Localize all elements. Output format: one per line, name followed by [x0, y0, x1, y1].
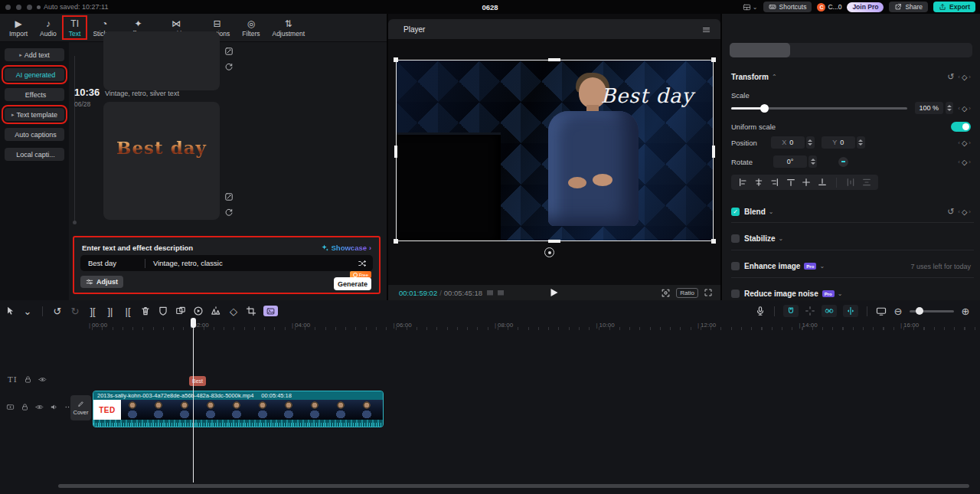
- align-bottom-icon[interactable]: [818, 178, 827, 187]
- reset-icon[interactable]: ↺: [947, 207, 954, 217]
- mask-icon[interactable]: [158, 306, 168, 316]
- shortcuts-button[interactable]: Shortcuts: [763, 2, 812, 12]
- transform-section-header[interactable]: Transform ⌃ ↺ ‹◇›: [731, 72, 971, 82]
- fullscreen-icon[interactable]: [704, 288, 713, 297]
- enhance-image-checkbox[interactable]: [731, 262, 740, 270]
- delete-right-icon[interactable]: |[: [122, 306, 133, 316]
- mirror-icon[interactable]: [211, 306, 221, 316]
- frame-preview-icon[interactable]: [498, 290, 504, 296]
- toolbar-divider[interactable]: [867, 306, 867, 316]
- join-pro-button[interactable]: Join Pro: [847, 2, 884, 12]
- ai-caption-icon[interactable]: [263, 306, 278, 316]
- timeline-zoom-in-icon[interactable]: ⊕: [960, 306, 971, 316]
- subtab-mask[interactable]: [851, 43, 912, 57]
- enhance-image-section-header[interactable]: Enhance image Pro ⌄ 7 uses left for toda…: [731, 262, 971, 270]
- timeline-zoom-out-icon[interactable]: ⊖: [893, 306, 903, 316]
- playhead-handle[interactable]: [191, 318, 196, 328]
- position-x-input[interactable]: X0: [771, 136, 805, 149]
- subtab-remove-bg[interactable]: [790, 43, 851, 57]
- prompt-text-value[interactable]: Best day: [80, 259, 145, 267]
- main-track-magnet-icon[interactable]: [783, 305, 799, 317]
- selection-handle[interactable]: [394, 57, 398, 62]
- scale-slider[interactable]: [731, 107, 907, 110]
- distribute-vertical-icon[interactable]: [862, 178, 871, 187]
- sidebar-ai-generated[interactable]: AI generated: [5, 68, 64, 81]
- sidebar-effects[interactable]: Effects: [5, 88, 64, 101]
- adjust-button[interactable]: Adjust: [80, 276, 123, 288]
- prompt-effect-value[interactable]: Vintage, retro, classic: [153, 259, 223, 267]
- blend-checkbox[interactable]: ✓: [731, 208, 740, 216]
- denoise-checkbox[interactable]: [731, 290, 740, 298]
- split-icon[interactable]: ][: [87, 306, 98, 316]
- denoise-section-header[interactable]: Reduce image noise Pro ⌄: [731, 290, 971, 298]
- generated-text-card[interactable]: Best day: [103, 102, 220, 220]
- eye-icon[interactable]: [35, 403, 44, 411]
- uniform-scale-toggle[interactable]: [951, 122, 971, 132]
- keyframe-control[interactable]: ‹◇›: [958, 208, 971, 216]
- video-text-overlay[interactable]: Best day: [601, 84, 694, 107]
- select-tool-caret-icon[interactable]: ⌄: [22, 306, 33, 316]
- text-clip-marker[interactable]: Best: [189, 376, 206, 386]
- link-clips-icon[interactable]: [822, 305, 837, 317]
- position-y-input[interactable]: Y0: [822, 136, 855, 149]
- tab-filters[interactable]: ◎ Filters: [236, 16, 266, 39]
- stabilize-section-header[interactable]: Stabilize ⌄: [731, 234, 971, 243]
- toolbar-divider[interactable]: [774, 306, 775, 316]
- mute-icon[interactable]: [50, 403, 58, 411]
- ratio-button[interactable]: Ratio: [676, 288, 698, 298]
- delete-left-icon[interactable]: ]|: [105, 306, 116, 316]
- window-close-button[interactable]: [5, 5, 11, 10]
- play-button[interactable]: [551, 289, 558, 296]
- overlap-icon[interactable]: [175, 306, 186, 316]
- lock-icon[interactable]: [24, 375, 32, 384]
- selection-handle[interactable]: [394, 146, 397, 158]
- subtab-basic[interactable]: [730, 43, 790, 57]
- blend-section-header[interactable]: ✓ Blend ⌄ ↺ ‹◇›: [731, 207, 971, 217]
- selection-handle[interactable]: [711, 239, 716, 244]
- selection-handle[interactable]: [394, 239, 398, 244]
- player-menu-icon[interactable]: [701, 25, 711, 34]
- keyframe-control[interactable]: ‹◇›: [958, 104, 971, 113]
- scale-value[interactable]: 100 %: [915, 102, 943, 114]
- window-zoom-button[interactable]: [27, 5, 32, 10]
- account-button[interactable]: CC...0: [817, 3, 841, 11]
- record-voiceover-icon[interactable]: [755, 306, 766, 316]
- align-top-icon[interactable]: [786, 178, 795, 187]
- tab-audio[interactable]: ♪ Audio: [34, 16, 63, 39]
- share-button[interactable]: Share: [889, 2, 928, 12]
- keyframe-control[interactable]: ‹◇›: [958, 139, 971, 147]
- edit-icon[interactable]: [224, 47, 234, 56]
- tab-import[interactable]: ▶ Import: [3, 16, 34, 39]
- redo-icon[interactable]: ↻: [70, 306, 80, 316]
- rotate-handle[interactable]: [544, 247, 554, 257]
- playhead-line[interactable]: [193, 319, 194, 483]
- eye-icon[interactable]: [38, 375, 47, 384]
- tab-text[interactable]: TI Text: [63, 16, 87, 39]
- shuffle-icon[interactable]: [358, 259, 367, 268]
- timeline-zoom-slider[interactable]: [910, 310, 954, 312]
- stabilize-checkbox[interactable]: [731, 234, 740, 243]
- cover-button[interactable]: Cover: [70, 395, 91, 420]
- generated-text-card-previous[interactable]: [103, 31, 220, 90]
- selection-handle[interactable]: [548, 58, 560, 61]
- reset-icon[interactable]: ↺: [947, 72, 954, 82]
- generate-button[interactable]: Generate: [334, 277, 371, 290]
- prompt-input[interactable]: Best day Vintage, retro, classic: [80, 255, 373, 271]
- align-right-icon[interactable]: [770, 178, 779, 187]
- select-tool-icon[interactable]: [5, 306, 15, 316]
- align-divider[interactable]: [836, 178, 837, 188]
- rotate-input[interactable]: 0°: [773, 155, 807, 168]
- zoom-slider-track[interactable]: [910, 310, 954, 312]
- tab-adjustment[interactable]: ⇅ Adjustment: [266, 16, 311, 39]
- distribute-horizontal-icon[interactable]: [846, 178, 855, 187]
- rotate-dial[interactable]: [838, 157, 848, 167]
- video-viewport[interactable]: Best day: [396, 60, 714, 241]
- window-minimize-button[interactable]: [16, 5, 21, 10]
- regenerate-icon[interactable]: [224, 62, 234, 71]
- timeline-ruler[interactable]: |00:00 |02:00 |04:00 |06:00 |08:00 |10:0…: [89, 320, 980, 330]
- export-button[interactable]: Export: [933, 2, 975, 12]
- undo-icon[interactable]: ↺: [52, 306, 63, 316]
- timeline-horizontal-scrollbar[interactable]: [58, 484, 969, 488]
- rotate-stepper[interactable]: [808, 155, 817, 168]
- scale-slider-thumb[interactable]: [760, 104, 769, 113]
